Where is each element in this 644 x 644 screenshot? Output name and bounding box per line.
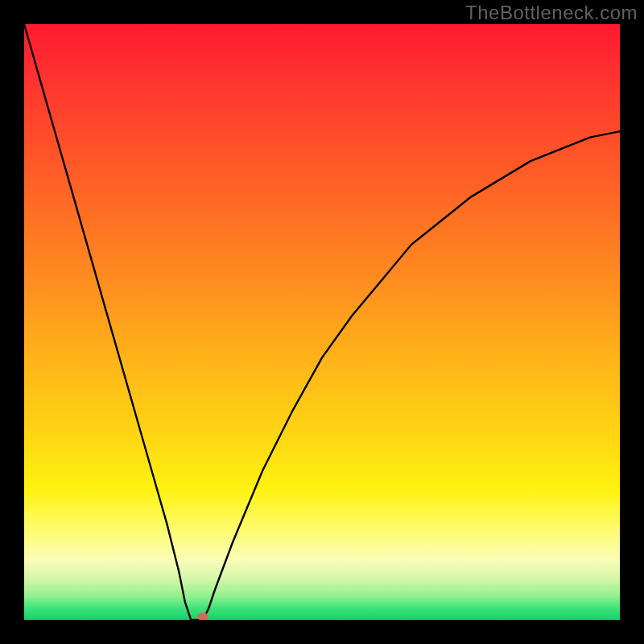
- watermark-text: TheBottleneck.com: [465, 2, 638, 24]
- chart-frame: TheBottleneck.com: [0, 0, 644, 644]
- plot-area: [24, 24, 620, 620]
- bottleneck-curve-svg: [24, 24, 620, 620]
- bottleneck-curve-path: [24, 24, 620, 620]
